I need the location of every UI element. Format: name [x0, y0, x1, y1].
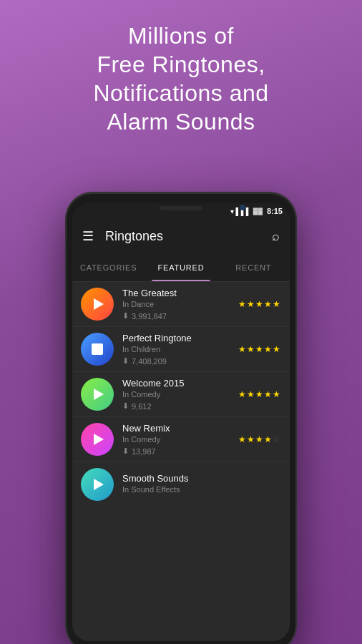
track-icon	[81, 288, 114, 321]
track-downloads: ⬇ 9,612	[122, 401, 230, 411]
tab-bar: CATEGORIES FEATURED RECENT	[72, 253, 290, 282]
download-icon: ⬇	[122, 311, 129, 321]
track-downloads: ⬇ 13,987	[122, 447, 230, 456]
list-item[interactable]: New Remix In Comedy ⬇ 13,987 ★★★★☆	[72, 417, 290, 462]
hamburger-menu-icon[interactable]: ☰	[82, 228, 94, 244]
track-rating: ★★★★★	[238, 344, 281, 354]
track-icon	[81, 378, 114, 411]
tab-featured[interactable]: FEATURED	[145, 253, 217, 281]
status-icons: ▾ ▌▌▌ ▓▓ 8:15	[230, 207, 283, 215]
play-icon	[94, 479, 104, 490]
track-category: In Comedy	[122, 435, 230, 444]
download-icon: ⬇	[122, 401, 129, 411]
download-icon: ⬇	[122, 447, 129, 456]
search-icon[interactable]: ⌕	[272, 229, 280, 244]
app-bar: ☰ Ringtones ⌕	[72, 219, 290, 253]
list-item[interactable]: Smooth Sounds In Sound Effects	[72, 462, 290, 507]
track-rating: ★★★★★	[238, 299, 281, 309]
track-info: Welcome 2015 In Comedy ⬇ 9,612	[122, 378, 230, 411]
track-rating: ★★★★★	[238, 389, 281, 399]
track-name: Welcome 2015	[122, 378, 230, 389]
list-item[interactable]: The Greatest In Dance ⬇ 3,991,847 ★★★★★	[72, 282, 290, 327]
track-name: Smooth Sounds	[122, 473, 281, 484]
track-list: The Greatest In Dance ⬇ 3,991,847 ★★★★★	[72, 282, 290, 641]
track-icon	[81, 423, 114, 456]
track-icon	[81, 333, 114, 366]
track-category: In Sound Effects	[122, 485, 281, 494]
play-icon	[94, 434, 104, 445]
track-info: New Remix In Comedy ⬇ 13,987	[122, 423, 230, 456]
track-info: Perfect Ringtone In Children ⬇ 7,408,209	[122, 333, 230, 366]
track-info: Smooth Sounds In Sound Effects	[122, 473, 281, 497]
status-time: 8:15	[267, 207, 283, 215]
tab-categories[interactable]: CATEGORIES	[72, 253, 145, 281]
track-downloads: ⬇ 7,408,209	[122, 356, 230, 366]
track-icon	[81, 468, 114, 501]
track-info: The Greatest In Dance ⬇ 3,991,847	[122, 288, 230, 321]
list-item[interactable]: Perfect Ringtone In Children ⬇ 7,408,209…	[72, 327, 290, 372]
empty-star: ☆	[273, 434, 281, 444]
phone-speaker	[160, 206, 202, 210]
play-icon	[94, 389, 104, 400]
list-item[interactable]: Welcome 2015 In Comedy ⬇ 9,612 ★★★★★	[72, 372, 290, 417]
track-name: New Remix	[122, 423, 230, 434]
phone-mockup: ▾ ▌▌▌ ▓▓ 8:15 ☰ Ringtones ⌕ CATEGORIES F…	[67, 193, 295, 644]
phone-camera	[240, 205, 245, 210]
battery-icon: ▓▓	[253, 208, 263, 215]
phone-screen: ▾ ▌▌▌ ▓▓ 8:15 ☰ Ringtones ⌕ CATEGORIES F…	[72, 203, 290, 641]
phone-body: ▾ ▌▌▌ ▓▓ 8:15 ☰ Ringtones ⌕ CATEGORIES F…	[67, 193, 295, 644]
track-category: In Children	[122, 345, 230, 353]
track-name: Perfect Ringtone	[122, 333, 230, 343]
stop-icon	[92, 343, 103, 355]
play-icon	[94, 298, 104, 310]
app-title: Ringtones	[105, 229, 272, 244]
track-rating: ★★★★☆	[238, 434, 281, 444]
hero-text: Millions of Free Ringtones, Notification…	[64, 0, 297, 150]
wifi-icon: ▾	[230, 208, 234, 215]
tab-recent[interactable]: RECENT	[217, 253, 290, 281]
download-icon: ⬇	[122, 356, 129, 366]
track-downloads: ⬇ 3,991,847	[122, 311, 230, 321]
track-category: In Comedy	[122, 390, 230, 399]
hero-section: Millions of Free Ringtones, Notification…	[64, 0, 297, 150]
track-name: The Greatest	[122, 288, 230, 298]
track-category: In Dance	[122, 300, 230, 308]
